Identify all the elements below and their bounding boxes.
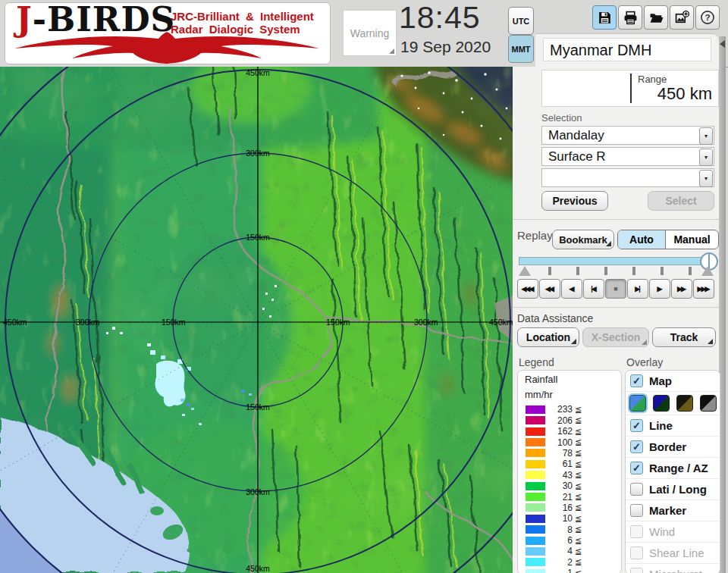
lte-symbol: ≦ <box>575 481 582 491</box>
rewind-button[interactable]: ◀◀ <box>539 279 560 299</box>
save-button[interactable] <box>592 5 617 30</box>
dropdown-value: Mandalay <box>548 127 604 144</box>
skip-start-button[interactable]: |◀ <box>583 279 604 299</box>
auto-mode-button[interactable]: Auto <box>618 230 666 249</box>
checkbox <box>630 568 643 573</box>
select-button[interactable]: Select <box>648 191 714 211</box>
legend-row: 78≦ <box>518 448 621 459</box>
add-image-button[interactable] <box>670 5 694 30</box>
utc-button[interactable]: UTC <box>508 7 534 35</box>
overlay-item-lati-long[interactable]: Lati / Long <box>626 478 720 499</box>
checkbox[interactable]: ✓ <box>630 462 643 474</box>
collapse-panel-icon[interactable] <box>720 40 725 48</box>
legend-row: 43≦ <box>518 470 621 481</box>
checkbox[interactable]: ✓ <box>630 374 643 387</box>
legend-color-chip <box>526 558 545 566</box>
lte-symbol: ≦ <box>575 503 582 512</box>
legend-value: 4 <box>545 546 573 556</box>
legend-value: 16 <box>545 503 573 513</box>
overlay-item-line[interactable]: ✓Line <box>626 415 720 436</box>
x-section-button[interactable]: X-Section <box>582 327 649 347</box>
legend-row: 100≦ <box>518 437 621 447</box>
selection-dropdown-extra[interactable]: ▾ <box>541 168 714 187</box>
manual-mode-button[interactable]: Manual <box>666 230 718 249</box>
overlay-item-map[interactable]: ✓Map <box>626 371 720 391</box>
help-button[interactable]: ? <box>695 5 720 30</box>
save-icon <box>598 11 612 25</box>
legend-value: 233 <box>545 404 573 415</box>
map-style-swatch-4[interactable] <box>700 395 717 412</box>
checkbox[interactable] <box>630 483 643 496</box>
legend-row: 4≦ <box>518 546 621 556</box>
previous-button[interactable]: Previous <box>541 191 608 211</box>
chevron-down-icon[interactable]: ▾ <box>699 149 713 166</box>
chevron-down-icon[interactable]: ▾ <box>699 170 713 187</box>
overlay-item-label: Microburst <box>649 568 702 573</box>
overlay-item-label: Line <box>649 419 673 432</box>
print-button[interactable] <box>618 5 642 30</box>
map-style-swatch-3[interactable] <box>676 395 693 412</box>
overlay-item-microburst[interactable]: Microburst <box>626 563 720 573</box>
slider-tick <box>576 267 579 275</box>
station-name-field[interactable]: Myanmar DMH <box>543 38 711 61</box>
resize-grip-icon[interactable] <box>389 49 394 54</box>
slider-start-marker[interactable] <box>519 266 531 276</box>
overlay-item-wind[interactable]: Wind <box>626 521 720 542</box>
slider-end-marker[interactable] <box>701 266 714 276</box>
legend-color-chip <box>526 493 545 501</box>
checkbox[interactable]: ✓ <box>630 440 643 453</box>
checkbox[interactable] <box>630 504 643 517</box>
legend-color-chip <box>526 482 545 490</box>
legend-unit: mm/hr <box>525 389 621 401</box>
track-button[interactable]: Track <box>652 327 716 347</box>
print-icon <box>623 11 638 25</box>
bookmark-button[interactable]: Bookmark <box>552 230 614 249</box>
play-button[interactable]: ▶ <box>649 279 670 299</box>
map-style-swatch-2[interactable] <box>653 395 670 412</box>
legend-value: 162 <box>545 426 573 437</box>
skip-end-button[interactable]: ▶| <box>627 279 648 299</box>
checkbox[interactable]: ✓ <box>630 419 643 432</box>
map-style-swatch-1[interactable] <box>629 395 646 412</box>
forward-button[interactable]: ▶▶ <box>671 279 692 299</box>
lte-symbol: ≦ <box>575 448 582 458</box>
legend-value: 1 <box>545 568 573 573</box>
overlay-item-label: Wind <box>649 525 675 538</box>
legend-value: 6 <box>545 535 573 546</box>
range-axis-label: 300km <box>414 318 438 327</box>
warning-label: Warning <box>350 27 390 39</box>
overlay-item-marker[interactable]: Marker <box>626 499 720 521</box>
legend-row: 16≦ <box>518 503 621 513</box>
range-axis-label: 450km <box>489 318 513 327</box>
data-assistance-label: Data Assistance <box>517 312 593 324</box>
overlay-item-range-az[interactable]: ✓Range / AZ <box>626 457 720 478</box>
radar-map-canvas[interactable]: 450km300km150km150km300km450km450km300km… <box>0 67 513 573</box>
selection-dropdown-site[interactable]: Mandalay ▾ <box>541 126 714 145</box>
chevron-down-icon[interactable]: ▾ <box>699 127 713 145</box>
legend-card: Rainfall mm/hr 233≦206≦162≦100≦78≦61≦43≦… <box>517 370 622 573</box>
stop-button[interactable]: ■ <box>605 279 626 299</box>
checkbox <box>630 546 643 559</box>
overlay-item-border[interactable]: ✓Border <box>626 436 720 457</box>
checkbox <box>630 525 643 538</box>
legend-color-chip <box>526 449 545 457</box>
location-button[interactable]: Location <box>517 327 579 347</box>
legend-row: 10≦ <box>518 513 621 524</box>
range-axis-label: 150km <box>326 318 350 327</box>
rewind-fast-button[interactable]: ◀◀◀ <box>517 279 538 299</box>
forward-fast-button[interactable]: ▶▶▶ <box>693 279 714 299</box>
open-file-button[interactable] <box>644 5 668 30</box>
legend-color-chip <box>526 460 545 468</box>
legend-row: 1≦ <box>518 568 621 573</box>
selection-dropdown-product[interactable]: Surface R ▾ <box>541 147 714 166</box>
legend-value: 10 <box>545 513 573 524</box>
mmt-button[interactable]: MMT <box>508 35 534 63</box>
divider <box>513 219 719 220</box>
range-axis-label: 300km <box>76 318 100 327</box>
step-back-button[interactable]: ◀ <box>561 279 582 299</box>
open-folder-icon <box>649 11 664 25</box>
warning-box[interactable]: Warning <box>343 10 397 56</box>
overlay-item-shear-line[interactable]: Shear Line <box>626 542 720 563</box>
replay-slider-track[interactable] <box>519 257 714 265</box>
slider-tick <box>632 267 635 275</box>
